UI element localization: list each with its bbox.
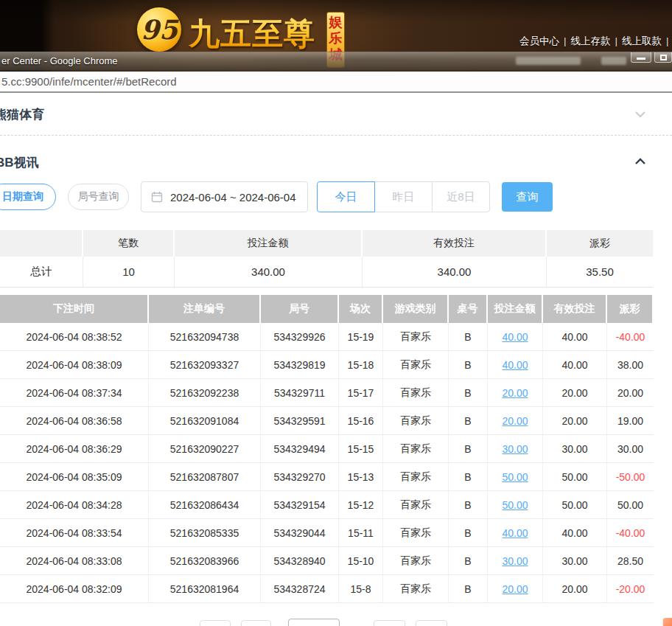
- bet-payout: -40.00: [607, 519, 654, 546]
- table-row: 2024-06-04 08:33:08521632083966534328940…: [0, 547, 654, 575]
- date-range-input[interactable]: 2024-06-04 ~ 2024-06-04: [141, 181, 308, 212]
- bet-order-id: 521632083966: [149, 547, 261, 574]
- bet-valid-amount: 40.00: [543, 519, 607, 546]
- pagination-next-button[interactable]: [416, 620, 447, 626]
- window-minimize-button[interactable]: [631, 52, 651, 63]
- date-range-value: 2024-06-04 ~ 2024-06-04: [170, 191, 296, 204]
- bet-time: 2024-06-04 08:33:54: [0, 519, 149, 546]
- pagination-page-button[interactable]: [374, 620, 405, 626]
- nav-separator: |: [564, 35, 567, 46]
- bet-amount-link[interactable]: 30.00: [488, 435, 543, 462]
- bet-amount-link[interactable]: 50.00: [488, 463, 543, 490]
- bet-amount-link[interactable]: 20.00: [488, 407, 543, 434]
- bet-valid-amount: 20.00: [543, 379, 607, 406]
- bet-column-header: 有效投注: [543, 295, 606, 323]
- summary-header-blank: [0, 230, 82, 257]
- table-row: 2024-06-04 08:32:09521632081964534328724…: [0, 575, 654, 603]
- bet-game-type: 百家乐: [383, 407, 449, 434]
- bet-session: 15-16: [339, 407, 383, 434]
- last-8-days-button[interactable]: 近8日: [432, 181, 490, 212]
- nav-link-online-deposit[interactable]: 线上存款: [571, 35, 611, 46]
- bet-amount-link[interactable]: 30.00: [488, 547, 543, 574]
- bet-order-id: 521632094738: [149, 323, 261, 350]
- chevron-up-icon[interactable]: [634, 155, 647, 168]
- table-row: 2024-06-04 08:34:28521632086434534329154…: [0, 491, 654, 519]
- bet-payout: -40.00: [607, 323, 654, 350]
- date-query-tab[interactable]: 日期查询: [0, 184, 56, 210]
- bet-time: 2024-06-04 08:34:28: [0, 491, 149, 518]
- bet-amount-link[interactable]: 20.00: [488, 379, 543, 406]
- nav-separator: |: [615, 35, 618, 46]
- bet-session: 15-15: [339, 435, 383, 462]
- bet-order-id: 521632093327: [149, 351, 261, 378]
- badge-char: 娱: [329, 14, 343, 30]
- pagination-prev-button[interactable]: [200, 620, 231, 626]
- bet-session: 15-11: [339, 519, 383, 546]
- bet-column-header: 场次: [339, 295, 382, 323]
- bet-amount-link[interactable]: 40.00: [488, 519, 543, 546]
- bet-payout: 38.00: [607, 351, 654, 378]
- table-row: 2024-06-04 08:33:54521632085335534329044…: [0, 519, 654, 547]
- bet-game-type: 百家乐: [383, 519, 449, 546]
- bet-valid-amount: 40.00: [543, 351, 607, 378]
- summary-total-label: 总计: [0, 257, 83, 287]
- bet-column-header: 派彩: [607, 295, 652, 323]
- yesterday-button[interactable]: 昨日: [374, 181, 433, 212]
- section-title-panda-sports: 熊猫体育: [0, 106, 44, 123]
- bet-valid-amount: 30.00: [543, 435, 607, 462]
- bet-time: 2024-06-04 08:38:52: [0, 323, 149, 350]
- bet-round-id: 534329926: [261, 323, 339, 350]
- search-button[interactable]: 查询: [502, 182, 553, 212]
- bet-round-id: 534328940: [261, 547, 339, 574]
- bet-time: 2024-06-04 08:38:09: [0, 351, 149, 378]
- bet-column-header: 下注时间: [0, 295, 147, 323]
- bet-table-id: B: [449, 435, 488, 462]
- bet-amount-link[interactable]: 20.00: [488, 575, 543, 602]
- brand-logo-text: 九五至尊: [189, 13, 315, 55]
- round-query-tab[interactable]: 局号查询: [68, 184, 129, 210]
- quick-date-segmented-group: 今日 昨日 近8日: [317, 181, 490, 212]
- bet-order-id: 521632090227: [149, 435, 261, 462]
- bet-round-id: 534328724: [261, 575, 339, 602]
- bet-round-id: 534329819: [261, 351, 339, 378]
- table-row: 2024-06-04 08:38:09521632093327534329819…: [0, 351, 654, 379]
- pagination-page-button[interactable]: [241, 620, 271, 626]
- bet-game-type: 百家乐: [383, 379, 449, 406]
- bet-amount-link[interactable]: 50.00: [488, 491, 543, 518]
- bet-column-header: 局号: [261, 295, 337, 323]
- nav-link-member-center[interactable]: 会员中心: [519, 35, 559, 46]
- maximize-icon: [660, 55, 667, 60]
- redacted-text-block: [516, 57, 581, 65]
- bet-amount-link[interactable]: 40.00: [488, 351, 543, 378]
- pagination-page-size-select[interactable]: [288, 619, 340, 626]
- window-maximize-button[interactable]: [654, 52, 672, 63]
- summary-valid-bet-value: 340.00: [363, 257, 547, 287]
- bet-time: 2024-06-04 08:32:09: [0, 575, 149, 602]
- bet-session: 15-19: [339, 323, 383, 350]
- bet-valid-amount: 40.00: [543, 323, 607, 350]
- bet-table-id: B: [449, 407, 488, 434]
- summary-count-value: 10: [83, 257, 175, 287]
- floating-action-button[interactable]: [663, 618, 672, 626]
- summary-payout-value: 35.50: [547, 257, 653, 287]
- bet-table-id: B: [449, 519, 488, 546]
- bet-payout: 30.00: [607, 435, 654, 462]
- bet-amount-link[interactable]: 40.00: [488, 323, 543, 350]
- nav-link-online-withdraw[interactable]: 线上取款: [622, 35, 662, 46]
- section-title-bb-video: BB视讯: [0, 154, 39, 171]
- bet-table-id: B: [449, 491, 488, 518]
- bet-session: 15-18: [339, 351, 383, 378]
- bet-order-id: 521632087807: [149, 463, 261, 490]
- section-divider: [0, 135, 672, 136]
- summary-header-valid-bet: 有效投注: [363, 230, 545, 257]
- bet-round-id: 534329591: [261, 407, 339, 434]
- summary-table: 笔数 投注金额 有效投注 派彩 总计 10 340.00 340.00 35.5…: [0, 230, 653, 288]
- bet-session: 15-13: [339, 463, 383, 490]
- table-row: 2024-06-04 08:36:29521632090227534329494…: [0, 435, 654, 463]
- chevron-down-icon[interactable]: [634, 108, 647, 121]
- today-button[interactable]: 今日: [317, 181, 375, 212]
- bet-column-header: 投注金额: [488, 295, 542, 323]
- bet-payout: -20.00: [607, 575, 654, 602]
- bet-round-id: 534329154: [261, 491, 339, 518]
- bet-order-id: 521632081964: [149, 575, 261, 602]
